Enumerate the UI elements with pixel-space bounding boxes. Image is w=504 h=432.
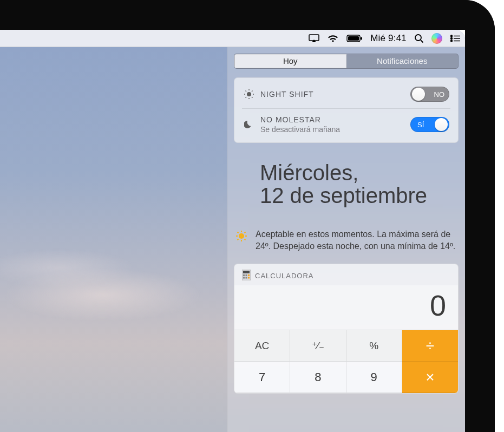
notification-center-panel: Hoy Notificaciones <box>227 47 465 432</box>
wifi-icon[interactable] <box>327 34 339 43</box>
dnd-state-label: SÍ <box>417 121 424 129</box>
svg-line-17 <box>252 97 253 98</box>
svg-point-7 <box>451 37 453 39</box>
tab-today[interactable]: Hoy <box>234 54 346 68</box>
calc-btn-multiply[interactable]: × <box>402 362 458 393</box>
date-line-1: Miércoles, <box>260 161 459 184</box>
calc-btn-percent[interactable]: % <box>346 330 402 362</box>
night-shift-row: NIGHT SHIFT NO <box>242 80 450 108</box>
moon-icon <box>243 120 255 129</box>
dnd-subtitle: Se desactivará mañana <box>260 125 405 134</box>
battery-icon[interactable] <box>346 35 363 42</box>
calc-btn-7[interactable]: 7 <box>234 362 290 393</box>
menu-bar-status: Mié 9:41 <box>309 33 461 44</box>
notification-center-icon[interactable] <box>450 35 461 42</box>
dnd-title: NO MOLESTAR <box>260 115 405 124</box>
wallpaper <box>0 235 227 338</box>
dnd-toggle[interactable]: SÍ <box>410 117 449 132</box>
svg-rect-2 <box>348 36 359 41</box>
night-shift-toggle[interactable]: NO <box>410 87 449 102</box>
calculator-header: CALCULADORA <box>234 264 458 285</box>
calculator-widget: CALCULADORA 0 AC ⁺∕₋ % ÷ 7 8 9 × <box>234 264 459 394</box>
calc-btn-ac[interactable]: AC <box>234 330 290 362</box>
calculator-app-icon <box>242 270 251 282</box>
svg-point-11 <box>247 92 251 96</box>
svg-line-18 <box>252 91 253 92</box>
screen: Mié 9:41 Hoy <box>0 30 465 432</box>
svg-point-9 <box>451 40 453 42</box>
airplay-icon[interactable] <box>309 34 319 43</box>
calc-btn-divide[interactable]: ÷ <box>402 330 458 362</box>
svg-rect-3 <box>361 37 362 40</box>
night-shift-icon <box>243 89 255 100</box>
tab-notifications[interactable]: Notificaciones <box>346 54 459 68</box>
svg-line-28 <box>238 239 239 240</box>
calc-btn-9[interactable]: 9 <box>346 362 402 393</box>
svg-rect-33 <box>248 274 250 276</box>
svg-point-4 <box>415 35 421 41</box>
weather-summary[interactable]: Aceptable en estos momentos. La máxima s… <box>234 228 459 252</box>
device-frame: Mié 9:41 Hoy <box>0 0 504 432</box>
quick-toggles-card: NIGHT SHIFT NO NO MOLESTAR <box>234 77 459 143</box>
do-not-disturb-row: NO MOLESTAR Se desactivará mañana SÍ <box>242 108 450 140</box>
svg-rect-30 <box>243 271 250 273</box>
siri-icon[interactable] <box>431 33 442 44</box>
svg-rect-32 <box>246 274 247 276</box>
svg-line-19 <box>246 97 247 98</box>
calculator-keypad: AC ⁺∕₋ % ÷ 7 8 9 × <box>234 330 458 393</box>
night-shift-title: NIGHT SHIFT <box>260 90 405 99</box>
sun-icon <box>235 228 250 252</box>
night-shift-state-label: NO <box>434 90 445 99</box>
svg-line-27 <box>245 232 246 233</box>
svg-line-16 <box>246 91 247 92</box>
weather-text: Aceptable en estos momentos. La máxima s… <box>256 228 456 252</box>
calculator-display: 0 <box>234 285 458 330</box>
svg-line-26 <box>245 239 246 240</box>
nc-tab-segmented: Hoy Notificaciones <box>234 54 459 69</box>
svg-rect-34 <box>243 277 245 279</box>
svg-point-5 <box>451 35 453 37</box>
menu-bar: Mié 9:41 <box>0 30 465 47</box>
calc-btn-8[interactable]: 8 <box>290 362 346 393</box>
svg-rect-36 <box>248 277 250 279</box>
today-date: Miércoles, 12 de septiembre <box>234 161 459 207</box>
menu-bar-clock[interactable]: Mié 9:41 <box>370 33 407 44</box>
spotlight-icon[interactable] <box>414 34 424 43</box>
calc-btn-negate[interactable]: ⁺∕₋ <box>290 330 346 362</box>
calculator-title: CALCULADORA <box>255 272 314 280</box>
svg-point-20 <box>239 233 244 239</box>
svg-rect-31 <box>243 274 245 276</box>
svg-line-25 <box>238 232 239 233</box>
svg-rect-35 <box>246 277 247 279</box>
date-line-2: 12 de septiembre <box>260 184 459 207</box>
